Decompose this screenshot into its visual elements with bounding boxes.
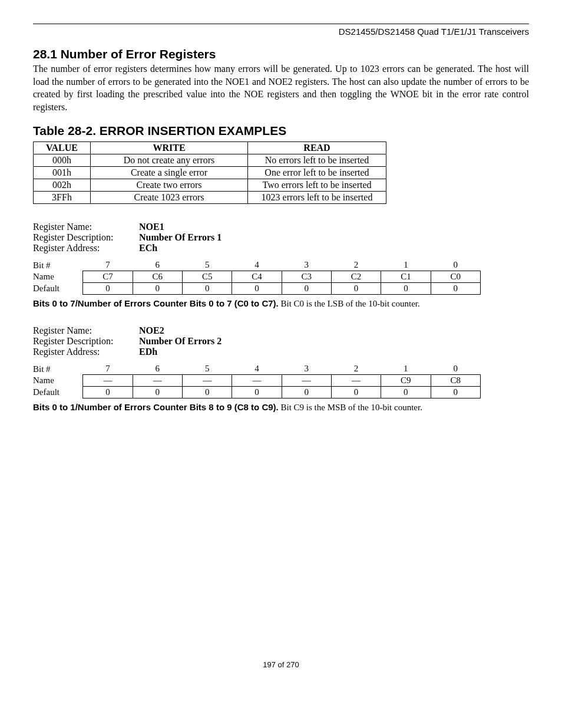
register-noe1: Register Name: NOE1 Register Description… xyxy=(33,222,529,253)
bit-table-noe1: Bit # 76543210 Name C7C6C5C4C3C2C1C0 Def… xyxy=(33,259,481,295)
th-value: VALUE xyxy=(34,142,91,154)
reg-addr-value: EDh xyxy=(139,347,157,357)
th-read: READ xyxy=(248,142,386,154)
reg-name-label: Register Name: xyxy=(33,325,139,336)
th-write: WRITE xyxy=(91,142,248,154)
bit-number-label: Bit # xyxy=(33,259,83,271)
reg-name-value: NOE2 xyxy=(139,325,164,336)
table-row: 000h Do not create any errors No errors … xyxy=(34,154,386,167)
page-footer: 197 of 270 xyxy=(33,660,529,669)
table-row: 002h Create two errors Two errors left t… xyxy=(34,179,386,192)
reg-desc-value: Number Of Errors 2 xyxy=(139,336,222,347)
bit-default-label: Default xyxy=(33,387,83,398)
bit-name-label: Name xyxy=(33,375,83,387)
table-row: 3FFh Create 1023 errors 1023 errors left… xyxy=(34,192,386,204)
reg-name-label: Register Name: xyxy=(33,222,139,232)
reg-addr-label: Register Address: xyxy=(33,347,139,357)
reg-name-value: NOE1 xyxy=(139,222,164,232)
reg-desc-label: Register Description: xyxy=(33,336,139,347)
error-insertion-table: VALUE WRITE READ 000h Do not create any … xyxy=(33,141,386,204)
table-title: Table 28-2. ERROR INSERTION EXAMPLES xyxy=(33,124,529,138)
reg-addr-label: Register Address: xyxy=(33,243,139,253)
reg-desc-label: Register Description: xyxy=(33,232,139,243)
doc-header: DS21455/DS21458 Quad T1/E1/J1 Transceive… xyxy=(33,27,529,37)
noe1-bit-description: Bits 0 to 7/Number of Errors Counter Bit… xyxy=(33,298,529,309)
bit-number-label: Bit # xyxy=(33,363,83,375)
reg-desc-value: Number Of Errors 1 xyxy=(139,232,222,243)
register-noe2: Register Name: NOE2 Register Description… xyxy=(33,325,529,357)
bit-default-label: Default xyxy=(33,283,83,295)
table-row: 001h Create a single error One error lef… xyxy=(34,167,386,179)
reg-addr-value: ECh xyxy=(139,243,157,253)
noe2-bit-description: Bits 0 to 1/Number of Errors Counter Bit… xyxy=(33,402,529,413)
bit-name-label: Name xyxy=(33,271,83,283)
bit-table-noe2: Bit # 76543210 Name ——————C9C8 Default 0… xyxy=(33,363,481,398)
section-title: 28.1 Number of Error Registers xyxy=(33,47,529,61)
section-body: The number of error registers determines… xyxy=(33,62,529,113)
